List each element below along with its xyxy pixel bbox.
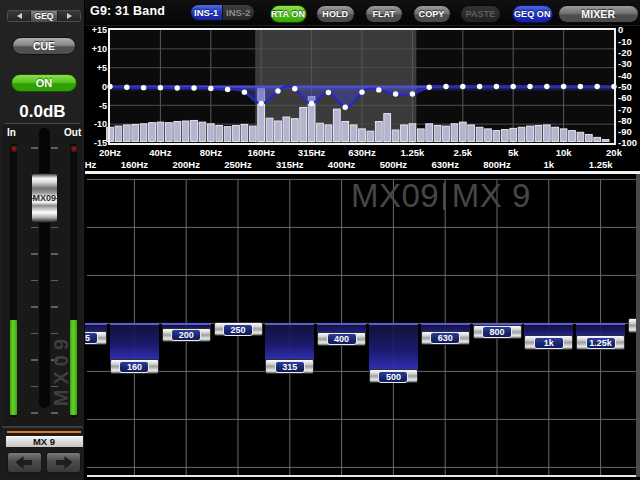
geq-editor-screen: GEQ CUE ON 0.0dB In Out MX09 MX09 MX 9	[0, 0, 640, 480]
eq-band-dot	[376, 87, 381, 92]
channel-id-watermark: MX09	[50, 310, 72, 431]
channel-name-plate: MX 9	[6, 436, 83, 447]
rta-bar	[485, 129, 492, 142]
eq-overview-plot[interactable]: +15+10+50-5-10-150-10-20-30-40-50-60-70-…	[85, 26, 640, 172]
tab-ins-2[interactable]: INS-2	[222, 5, 254, 21]
freq-axis-label: 315Hz	[298, 147, 326, 158]
freq-axis-label: 1.25k	[401, 147, 425, 158]
band-gain-fill	[369, 323, 418, 372]
fader-gain-readout: 0.0dB	[0, 102, 85, 122]
band-fader-cap[interactable]: 1k	[524, 335, 573, 350]
tab-ins-1[interactable]: INS-1	[191, 5, 223, 21]
band-row-label: 125Hz	[85, 159, 97, 170]
eq-band-dot	[494, 84, 499, 89]
rta-bar	[300, 107, 307, 141]
band-frequency-chip: 250	[223, 324, 253, 336]
flat-button[interactable]: FLAT	[365, 5, 404, 24]
prev-channel-button[interactable]	[7, 452, 43, 473]
band-fader-cap[interactable]: 315	[265, 359, 314, 374]
rta-axis-label: -90	[618, 126, 632, 137]
page-title: G9: 31 Band	[90, 4, 165, 18]
eq-band-dot	[527, 84, 532, 89]
band-fader-cap[interactable]: 200	[162, 328, 211, 343]
band-gain-fill	[110, 323, 159, 362]
band-row-label: 630Hz	[431, 159, 459, 170]
eq-band-dot	[427, 85, 432, 90]
band-frequency-chip: 500	[378, 371, 408, 383]
rta-bar	[468, 125, 475, 142]
geq-selector-label[interactable]: GEQ	[30, 11, 58, 21]
rta-on-button[interactable]: RTA ON	[270, 5, 307, 24]
rta-bar	[283, 117, 290, 141]
eq-band-dot	[343, 105, 348, 110]
geq-on-button[interactable]: GEQ ON	[512, 5, 553, 24]
rta-axis-label: -80	[618, 115, 632, 126]
eq-band-dot	[460, 84, 465, 89]
channel-fader-knob[interactable]: MX09	[31, 173, 59, 224]
left-arrow-icon	[17, 13, 22, 19]
rta-bar	[552, 127, 559, 141]
channel-fader-track[interactable]	[39, 128, 50, 408]
geq-prev-button[interactable]	[8, 11, 30, 21]
rta-bar	[409, 124, 416, 142]
eq-band-dot	[477, 84, 482, 89]
band-fader-cap[interactable]: 800	[473, 325, 522, 340]
band-fader-cap[interactable]: 250	[214, 322, 263, 337]
paste-button[interactable]: PASTE	[460, 5, 501, 24]
rta-bar	[417, 129, 424, 142]
rta-bar	[140, 124, 147, 142]
rta-bar	[594, 137, 601, 141]
rta-bar	[384, 114, 391, 142]
rta-bar	[392, 130, 399, 141]
fader-tick	[31, 147, 38, 149]
rta-bar	[375, 122, 382, 142]
rta-bar	[123, 125, 130, 142]
eq-band-dot	[326, 90, 331, 95]
band-frequency-chip: 315	[275, 361, 305, 373]
band-fader-cap[interactable]: 400	[317, 332, 366, 347]
geq-fader-bank: MX09 MX 9 1251602002503154005006308001k1…	[85, 170, 640, 480]
band-row-label: 315Hz	[276, 159, 304, 170]
freq-axis-label: 630Hz	[348, 147, 376, 158]
eq-overview-svg: +15+10+50-5-10-150-10-20-30-40-50-60-70-…	[85, 26, 640, 172]
band-fader-cap[interactable]: 1.25k	[576, 335, 625, 350]
input-level-meter	[10, 144, 17, 417]
rta-bar	[174, 122, 181, 142]
next-channel-button[interactable]	[46, 452, 82, 473]
eq-band-dot	[259, 101, 264, 106]
sidebar-divider-bottom	[2, 426, 83, 428]
copy-button[interactable]: COPY	[413, 5, 451, 24]
band-fader-cap[interactable]: 630	[421, 331, 470, 346]
output-clip-led	[71, 146, 77, 152]
fader-tick	[51, 227, 58, 229]
band-frequency-chip: 160	[119, 361, 149, 373]
band-frequency-chip: 125	[85, 332, 98, 344]
channel-on-button[interactable]: ON	[11, 74, 77, 93]
eq-band-dot	[225, 87, 230, 92]
hold-button[interactable]: HOLD	[316, 5, 356, 24]
rta-bar	[342, 122, 349, 142]
fader-tick	[51, 147, 58, 149]
band-row-label: 200Hz	[172, 159, 200, 170]
eq-band-dot	[359, 89, 364, 94]
mixer-button[interactable]: MIXER	[558, 5, 640, 24]
band-frequency-chip: 400	[327, 333, 357, 345]
rta-bar	[291, 119, 298, 142]
fader-tick	[31, 412, 38, 414]
band-fader-cap[interactable]: 500	[369, 369, 418, 384]
band-frequency-chip: 800	[482, 326, 512, 338]
toolbar: G9: 31 Band INS-1 INS-2 RTA ON HOLD FLAT…	[85, 0, 640, 26]
rta-bar	[149, 123, 156, 142]
eq-band-dot	[141, 85, 146, 90]
geq-next-button[interactable]	[58, 11, 80, 21]
freq-axis-label: 2.5k	[454, 147, 473, 158]
band-row-label: 1.25k	[589, 159, 613, 170]
eq-axis-label: +15	[92, 26, 107, 35]
meter-in-label: In	[7, 127, 16, 138]
rta-bar	[543, 125, 550, 142]
cue-button[interactable]: CUE	[12, 37, 76, 56]
rta-bar	[585, 135, 592, 142]
band-fader-cap[interactable]: 125	[85, 331, 107, 346]
fader-bank-right-edge	[636, 174, 640, 477]
band-fader-cap[interactable]: 160	[110, 359, 159, 374]
